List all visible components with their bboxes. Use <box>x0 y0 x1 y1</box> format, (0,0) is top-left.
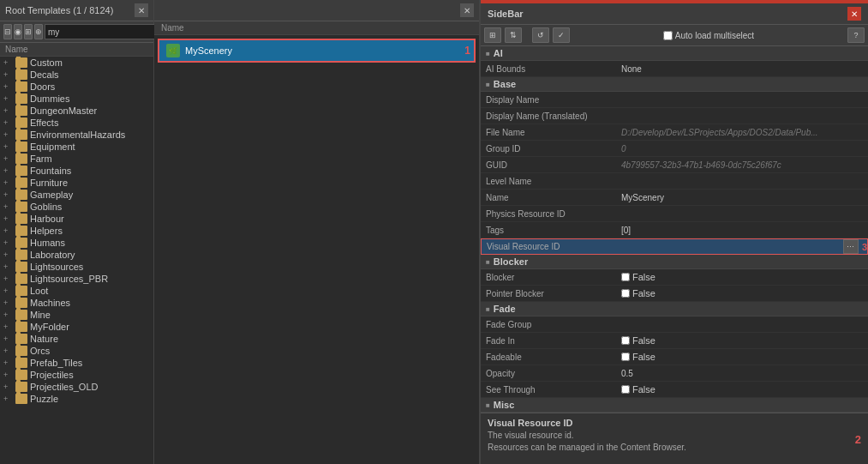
collapse-base-icon: ■ <box>486 81 490 88</box>
selected-item[interactable]: 🌿 MyScenery 1 <box>158 39 476 63</box>
prop-opacity-value: 0.5 <box>618 367 868 380</box>
tree-item-decals[interactable]: + Decals <box>0 69 153 81</box>
prop-fadeable-value: False <box>632 352 655 362</box>
toolbar-btn-2[interactable]: ◉ <box>14 24 22 39</box>
prop-fade-group-label: Fade Group <box>481 318 618 331</box>
prop-fadeable-checkbox[interactable] <box>621 353 630 361</box>
toolbar-btn-1[interactable]: ⊟ <box>3 24 12 39</box>
tree-item-nature[interactable]: + Nature <box>0 333 153 345</box>
folder-icon-laboratory <box>15 250 27 260</box>
tree-item-projectiles[interactable]: + Projectiles <box>0 369 153 381</box>
tree-item-harbour[interactable]: + Harbour <box>0 213 153 225</box>
prop-fade-in-value: False <box>632 335 655 346</box>
tree-item-doors[interactable]: + Doors <box>0 81 153 93</box>
bottom-info: Visual Resource ID The visual resource i… <box>481 413 868 464</box>
tree-item-puzzle[interactable]: + Puzzle <box>0 393 153 405</box>
section-fade[interactable]: ■ Fade <box>481 302 868 316</box>
expander-dummies: + <box>3 94 15 103</box>
selected-item-name: MyScenery <box>185 45 232 56</box>
prop-group-id-label: Group ID <box>481 142 618 155</box>
folder-icon-prefab-tiles <box>15 358 27 368</box>
right-panel-close[interactable]: ✕ <box>847 7 861 21</box>
visual-resource-badge: 3 <box>862 242 867 252</box>
toolbar-btn-4[interactable]: ⊕ <box>34 24 43 39</box>
tree-item-lightsources[interactable]: + Lightsources <box>0 261 153 273</box>
tree-item-prefab-tiles[interactable]: + Prefab_Tiles <box>0 357 153 369</box>
top-bar <box>481 0 868 3</box>
right-panel-header: SideBar ✕ <box>481 3 868 25</box>
tree-item-goblins[interactable]: + Goblins <box>0 201 153 213</box>
right-toolbar-help[interactable]: ? <box>847 27 865 43</box>
expander-projectiles: + <box>3 371 15 379</box>
prop-guid-value: 4b799557-32b3-47b1-b469-0dc75c26f67c <box>618 159 868 172</box>
tree-item-laboratory[interactable]: + Laboratory <box>0 249 153 261</box>
tree-item-dummies[interactable]: + Dummies <box>0 93 153 105</box>
right-toolbar-btn-3[interactable]: ↺ <box>532 27 549 43</box>
expander-fountains: + <box>3 166 15 175</box>
visual-resource-browse-btn[interactable]: ⋯ <box>843 239 859 254</box>
tree-item-fountains[interactable]: + Fountains <box>0 165 153 177</box>
middle-header: ✕ <box>154 0 479 21</box>
prop-fade-in-checkbox[interactable] <box>621 336 630 345</box>
prop-name-label: Name <box>481 191 618 204</box>
tree-item-dungeonmaster[interactable]: + DungeonMaster <box>0 105 153 117</box>
prop-pointer-blocker-value: False <box>632 288 655 298</box>
section-ai[interactable]: ■ AI <box>481 46 868 61</box>
prop-display-name-label: Display Name <box>481 93 618 106</box>
prop-guid-label: GUID <box>481 159 618 172</box>
tree-item-custom[interactable]: + Custom <box>0 57 153 69</box>
prop-tags: Tags [0] <box>481 222 868 238</box>
section-misc[interactable]: ■ Misc <box>481 398 868 413</box>
folder-icon-humans <box>15 238 27 248</box>
tree-item-humans[interactable]: + Humans <box>0 237 153 249</box>
prop-see-through-checkbox[interactable] <box>621 385 630 394</box>
prop-pointer-blocker-checkbox[interactable] <box>621 289 630 298</box>
middle-panel-close[interactable]: ✕ <box>460 3 474 17</box>
expander-decals: + <box>3 70 15 79</box>
item-icon: 🌿 <box>166 44 180 57</box>
tree-item-effects[interactable]: + Effects <box>0 117 153 129</box>
collapse-misc-icon: ■ <box>486 401 490 409</box>
search-input[interactable] <box>45 24 160 39</box>
tree-item-environmental[interactable]: + EnvironmentalHazards <box>0 129 153 141</box>
expander-laboratory: + <box>3 250 15 259</box>
collapse-fade-icon: ■ <box>486 305 490 313</box>
tree-item-mine[interactable]: + Mine <box>0 309 153 321</box>
tree-item-gameplay[interactable]: + Gameplay <box>0 189 153 201</box>
folder-icon-helpers <box>15 226 27 236</box>
prop-visual-resource-id-value <box>619 245 843 249</box>
prop-blocker-checkbox[interactable] <box>621 273 630 281</box>
prop-file-name-label: File Name <box>481 126 618 139</box>
tree-item-myfolder[interactable]: + MyFolder <box>0 321 153 333</box>
expander-farm: + <box>3 154 15 163</box>
middle-content: 🌿 MyScenery 1 <box>154 35 479 464</box>
folder-icon-lightsources <box>15 262 27 272</box>
right-toolbar-btn-2[interactable]: ⇅ <box>505 27 522 43</box>
left-panel-close[interactable]: ✕ <box>135 3 148 17</box>
middle-col-header: Name <box>154 21 479 35</box>
right-toolbar-btn-4[interactable]: ✓ <box>553 27 570 43</box>
prop-display-name-translated-value <box>618 114 868 118</box>
expander-furniture: + <box>3 178 15 187</box>
auto-load-checkbox[interactable] <box>663 31 673 40</box>
expander-prefab-tiles: + <box>3 359 15 367</box>
tree-item-projectiles-old[interactable]: + Projectiles_OLD <box>0 381 153 393</box>
prop-visual-resource-id-label: Visual Resource ID <box>482 240 619 253</box>
tree-item-furniture[interactable]: + Furniture <box>0 177 153 189</box>
expander-myfolder: + <box>3 322 15 331</box>
prop-fadeable-checkbox-container: False <box>618 350 659 364</box>
section-base[interactable]: ■ Base <box>481 77 868 92</box>
tree-item-orcs[interactable]: + Orcs <box>0 345 153 357</box>
tree-item-lightsources-pbr[interactable]: + Lightsources_PBR <box>0 273 153 285</box>
tree-item-equipment[interactable]: + Equipment <box>0 141 153 153</box>
tree-item-loot[interactable]: + Loot <box>0 285 153 297</box>
section-blocker[interactable]: ■ Blocker <box>481 255 868 269</box>
tree-item-farm[interactable]: + Farm <box>0 153 153 165</box>
right-toolbar-btn-1[interactable]: ⊞ <box>484 27 501 43</box>
folder-icon-nature <box>15 334 27 344</box>
tree-item-machines[interactable]: + Machines <box>0 297 153 309</box>
tree-item-helpers[interactable]: + Helpers <box>0 225 153 237</box>
expander-environmental: + <box>3 130 15 139</box>
toolbar-btn-3[interactable]: ⊞ <box>24 24 33 39</box>
tree-area[interactable]: + Custom + Decals + Doors + Dummies + Du… <box>0 57 153 464</box>
